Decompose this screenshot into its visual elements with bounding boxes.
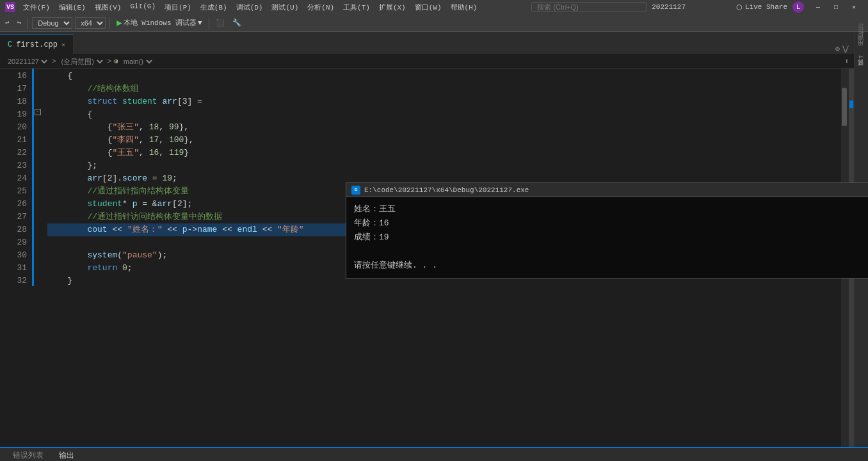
debug-mode-select[interactable]: Debug xyxy=(32,17,72,29)
run-icon: ▶ xyxy=(117,17,122,28)
title-bar-center: 20221127 xyxy=(481,2,736,12)
title-bar: VS 文件(F) 编辑(E) 视图(V) Git(G) 项目(P) 生成(B) … xyxy=(0,0,868,14)
line-num-32: 32 xyxy=(0,275,27,287)
breadcrumb-scope-select[interactable]: (全局范围) xyxy=(59,57,105,66)
toolbar-sep-1 xyxy=(28,17,28,29)
line-num-23: 23 xyxy=(0,159,27,172)
breadcrumb-sep-1: > xyxy=(52,58,56,65)
console-line-4 xyxy=(354,245,862,259)
gutter: - xyxy=(32,69,45,447)
menu-git[interactable]: Git(G) xyxy=(126,1,159,13)
bottom-tabs[interactable]: 错误列表 输出 xyxy=(0,448,868,461)
menu-debug[interactable]: 调试(D) xyxy=(232,1,267,13)
bottom-tab-errors[interactable]: 错误列表 xyxy=(5,448,51,461)
toolbar-stop[interactable]: ⬛ xyxy=(213,17,227,28)
line-num-29: 29 xyxy=(0,236,27,249)
code-line-21: {"李四", 17, 100}, xyxy=(47,134,841,147)
app-logo: VS xyxy=(5,2,15,12)
console-window: ≡ E:\code\20221127\x64\Debug\20221127.ex… xyxy=(346,182,868,279)
run-label: 本地 Windows 调试器 xyxy=(124,18,197,28)
breadcrumb-project-select[interactable]: 20221127 xyxy=(5,57,49,66)
project-name: 20221127 xyxy=(652,3,686,11)
line-num-21: 21 xyxy=(0,134,27,147)
tab-bar: C first.cpp ✕ ⚙ ⋁ xyxy=(0,32,854,54)
minimize-button[interactable]: — xyxy=(809,0,827,14)
menu-analyze[interactable]: 分析(N) xyxy=(303,1,338,13)
right-sidebar-label-5: GIT xyxy=(858,55,865,65)
code-line-20: {"张三", 18, 99}, xyxy=(47,121,841,134)
close-button[interactable]: ✕ xyxy=(845,0,863,14)
line-num-18: 18 xyxy=(0,95,27,108)
arch-select[interactable]: x64 xyxy=(75,17,106,29)
live-share-button[interactable]: ⬡ Live Share xyxy=(736,3,787,12)
run-button[interactable]: ▶ 本地 Windows 调试器 ▼ xyxy=(114,17,204,28)
code-line-16: { xyxy=(47,70,841,83)
console-icon: ≡ xyxy=(351,186,360,195)
code-line-17: //结构体数组 xyxy=(47,83,841,95)
toolbar-redo[interactable]: ↪ xyxy=(15,17,24,28)
toolbar: ↩ ↪ Debug x64 ▶ 本地 Windows 调试器 ▼ ⬛ 🔧 xyxy=(0,14,868,32)
menu-build[interactable]: 生成(B) xyxy=(197,1,231,13)
breadcrumb-bar: 20221127 > (全局范围) > ⊕ main() ⬆ xyxy=(0,54,854,69)
menu-view[interactable]: 视图(V) xyxy=(91,1,125,13)
code-line-18: struct student arr[3] = xyxy=(47,95,841,108)
menu-file[interactable]: 文件(F) xyxy=(19,1,54,13)
run-dropdown-icon: ▼ xyxy=(198,19,202,27)
line-num-20: 20 xyxy=(0,121,27,134)
console-line-1: 姓名：王五 xyxy=(354,202,862,216)
line-num-27: 27 xyxy=(0,211,27,223)
toolbar-more[interactable]: 🔧 xyxy=(230,17,244,28)
menu-extensions[interactable]: 扩展(X) xyxy=(375,1,410,13)
settings-icon: ⚙ xyxy=(835,44,840,54)
breadcrumb-func-select[interactable]: main() xyxy=(121,57,154,66)
tab-close-button[interactable]: ✕ xyxy=(61,41,65,49)
line-num-22: 22 xyxy=(0,147,27,159)
line-num-26: 26 xyxy=(0,198,27,211)
menu-bar[interactable]: 文件(F) 编辑(E) 视图(V) Git(G) 项目(P) 生成(B) 调试(… xyxy=(19,1,481,13)
bottom-tab-output[interactable]: 输出 xyxy=(51,448,82,461)
search-input[interactable] xyxy=(531,2,647,12)
console-line-2: 年龄：16 xyxy=(354,216,862,230)
minimap-highlight xyxy=(849,101,853,108)
line-num-25: 25 xyxy=(0,185,27,198)
toolbar-undo[interactable]: ↩ xyxy=(3,17,12,28)
breadcrumb-sep-2: > xyxy=(108,58,112,65)
line-num-16: 16 xyxy=(0,70,27,83)
console-line-5: 请按任意键继续. . . xyxy=(354,259,862,273)
window-controls[interactable]: — □ ✕ xyxy=(809,0,863,14)
live-share-icon: ⬡ xyxy=(736,3,743,12)
menu-tools[interactable]: 工具(T) xyxy=(339,1,374,13)
expand-icon-19[interactable]: - xyxy=(35,107,41,116)
bottom-panel: 错误列表 输出 显示输出来源(S): 生成 ⬆ ⬇ ⬆⬇ ✕✕ 1>first.… xyxy=(0,447,868,461)
code-line-22: {"王五", 16, 119} xyxy=(47,147,841,159)
editor-tab-first-cpp[interactable]: C first.cpp ✕ xyxy=(0,35,74,54)
line-num-28: 28 xyxy=(0,223,27,236)
code-line-19: { xyxy=(47,108,841,121)
menu-project[interactable]: 项目(P) xyxy=(161,1,195,13)
gutter-highlight xyxy=(32,69,34,286)
console-titlebar: ≡ E:\code\20221127\x64\Debug\20221127.ex… xyxy=(346,183,868,197)
menu-test[interactable]: 测试(U) xyxy=(268,1,302,13)
console-line-3: 成绩：19 xyxy=(354,230,862,245)
line-num-30: 30 xyxy=(0,249,27,262)
breadcrumb-nav-up[interactable]: ⬆ xyxy=(844,57,849,65)
line-num-24: 24 xyxy=(0,172,27,185)
dropdown-icon: ⋁ xyxy=(842,44,849,54)
console-title: E:\code\20221127\x64\Debug\20221127.exe xyxy=(364,186,529,194)
tab-label: first.cpp xyxy=(16,40,58,49)
line-num-17: 17 xyxy=(0,83,27,95)
breadcrumb-func-icon: ⊕ xyxy=(114,57,118,65)
tab-icon: C xyxy=(8,40,12,49)
menu-help[interactable]: 帮助(H) xyxy=(447,1,481,13)
avatar: L xyxy=(792,1,804,13)
line-num-31: 31 xyxy=(0,262,27,275)
live-share-label: Live Share xyxy=(745,3,787,11)
menu-window[interactable]: 窗口(W) xyxy=(411,1,446,13)
maximize-button[interactable]: □ xyxy=(827,0,845,14)
title-bar-left: VS 文件(F) 编辑(E) 视图(V) Git(G) 项目(P) 生成(B) … xyxy=(5,1,481,13)
console-content: 姓名：王五 年龄：16 成绩：19 请按任意键继续. . . xyxy=(346,197,868,278)
tab-settings-button[interactable]: ⚙ ⋁ xyxy=(830,44,854,54)
scrollbar-thumb[interactable] xyxy=(842,88,847,126)
menu-edit[interactable]: 编辑(E) xyxy=(55,1,90,13)
title-bar-right: ⬡ Live Share L — □ ✕ xyxy=(736,0,863,14)
